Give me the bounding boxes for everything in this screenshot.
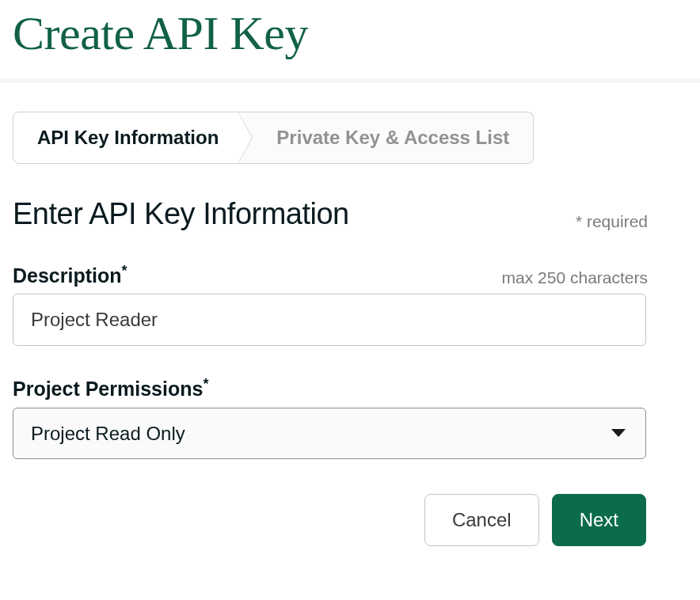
description-label-text: Description — [13, 264, 122, 287]
cancel-button[interactable]: Cancel — [424, 494, 539, 546]
required-asterisk: * — [122, 263, 127, 279]
description-input[interactable] — [13, 294, 646, 346]
description-label: Description* — [13, 263, 127, 287]
button-row: Cancel Next — [13, 494, 646, 546]
step-private-key-access-list[interactable]: Private Key & Access List — [232, 112, 534, 164]
section-title: Enter API Key Information — [13, 197, 349, 231]
section-header: Enter API Key Information * required — [13, 197, 687, 231]
permissions-select-wrapper: Project Read Only — [13, 408, 646, 459]
permissions-label-text: Project Permissions — [13, 378, 203, 401]
permissions-field-group: Project Permissions* Project Read Only — [13, 376, 687, 458]
next-button[interactable]: Next — [552, 494, 646, 546]
stepper: API Key Information Private Key & Access… — [13, 112, 687, 164]
description-hint: max 250 characters — [502, 268, 687, 287]
description-field-group: Description* max 250 characters — [13, 263, 687, 346]
permissions-select[interactable]: Project Read Only — [13, 408, 646, 459]
permissions-label: Project Permissions* — [13, 376, 208, 401]
description-label-row: Description* max 250 characters — [13, 263, 687, 287]
permissions-label-row: Project Permissions* — [13, 376, 687, 401]
divider — [0, 78, 700, 83]
page-title: Create API Key — [13, 6, 687, 61]
required-asterisk: * — [203, 376, 208, 392]
step-api-key-information[interactable]: API Key Information — [13, 112, 238, 164]
required-note: * required — [576, 212, 687, 231]
